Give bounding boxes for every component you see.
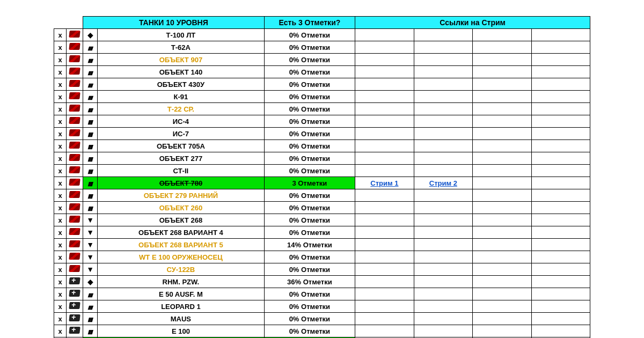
flag-ussr-icon — [67, 140, 83, 152]
flag-ussr-icon — [67, 152, 83, 165]
table-row: x▼ОБЪЕКТ 2680% Отметки — [54, 214, 590, 226]
flag-ussr-icon — [67, 239, 83, 251]
tank-name: WT E 100 ОРУЖЕНОСЕЦ — [98, 251, 264, 263]
stream-link-cell — [531, 325, 590, 337]
row-x: x — [54, 91, 67, 103]
marks-status: 0% Отметки — [264, 263, 355, 276]
stream-link-cell — [414, 152, 472, 165]
stream-link-cell — [531, 152, 590, 165]
tank-name: ОБЪЕКТ 705А — [98, 140, 264, 152]
tank-name: ОБЪЕКТ 277 — [98, 152, 264, 165]
stream-link-cell — [531, 288, 590, 300]
flag-germany-icon — [67, 325, 83, 337]
flag-ussr-icon — [67, 66, 83, 78]
stream-link[interactable]: Стрим 2 — [429, 179, 457, 187]
flag-ussr-icon — [67, 54, 83, 66]
class-mt-icon: ▮▮ — [83, 41, 98, 54]
stream-link-cell — [355, 300, 414, 313]
stream-link-cell — [473, 276, 531, 288]
marks-status: 0% Отметки — [264, 41, 355, 54]
stream-link-cell — [531, 54, 590, 66]
stream-link-cell — [414, 300, 472, 313]
tank-name: ОБЪЕКТ 260 — [98, 202, 264, 214]
stream-link-cell — [414, 115, 472, 128]
stream-link-cell — [414, 263, 472, 276]
stream-link-cell — [355, 226, 414, 239]
stream-link-cell — [355, 202, 414, 214]
row-x: x — [54, 66, 67, 78]
stream-link-cell — [414, 325, 472, 337]
stream-link-cell — [531, 165, 590, 177]
flag-ussr-icon — [67, 251, 83, 263]
stream-link-cell — [355, 91, 414, 103]
flag-germany-icon — [67, 313, 83, 325]
row-x: x — [54, 263, 67, 276]
stream-link-cell — [531, 78, 590, 91]
header-marks: Есть 3 Отметки? — [264, 17, 355, 29]
row-x: x — [54, 165, 67, 177]
stream-link-cell — [473, 140, 531, 152]
table-row: x▮▮ОБЪЕКТ 2770% Отметки — [54, 152, 590, 165]
stream-link-cell — [473, 91, 531, 103]
stream-link-cell — [414, 29, 472, 41]
marks-status: 0% Отметки — [264, 165, 355, 177]
tank-name: ИС-7 — [98, 128, 264, 140]
table-row: x◆RHM. PZW.36% Отметки — [54, 276, 590, 288]
stream-link-cell — [414, 54, 472, 66]
flag-germany-icon — [67, 276, 83, 288]
flag-germany-icon — [67, 288, 83, 300]
marks-status: 0% Отметки — [264, 66, 355, 78]
row-x: x — [54, 29, 67, 41]
stream-link-cell — [473, 202, 531, 214]
stream-link-cell — [414, 202, 472, 214]
stream-link-cell — [414, 276, 472, 288]
row-x: x — [54, 140, 67, 152]
stream-link-cell — [531, 115, 590, 128]
marks-status: 0% Отметки — [264, 226, 355, 239]
stream-link-cell — [355, 263, 414, 276]
class-mt-icon: ▮▮ — [83, 300, 98, 313]
tank-name: Т-62А — [98, 41, 264, 54]
stream-link-cell — [355, 41, 414, 54]
stream-link-cell — [414, 251, 472, 263]
header-tanks: ТАНКИ 10 УРОВНЯ — [83, 17, 264, 29]
row-x: x — [54, 300, 67, 313]
table-row: x▮▮К-910% Отметки — [54, 91, 590, 103]
class-ht-icon: ▮▮ — [83, 325, 98, 337]
row-x: x — [54, 128, 67, 140]
stream-link-cell — [473, 189, 531, 202]
class-ht-icon: ▮▮ — [83, 128, 98, 140]
stream-link-cell — [414, 140, 472, 152]
class-mt-icon: ▮▮ — [83, 91, 98, 103]
header-links: Ссылки на Стрим — [355, 17, 590, 29]
flag-ussr-icon — [67, 165, 83, 177]
flag-ussr-icon — [67, 115, 83, 128]
stream-link-cell — [531, 239, 590, 251]
marks-status: 0% Отметки — [264, 103, 355, 115]
flag-ussr-icon — [67, 91, 83, 103]
class-td-icon: ▼ — [83, 263, 98, 276]
row-x: x — [54, 103, 67, 115]
marks-status: 14% Отметки — [264, 239, 355, 251]
stream-link-cell — [473, 152, 531, 165]
row-x: x — [54, 115, 67, 128]
table-row: x▮▮E 1000% Отметки — [54, 325, 590, 337]
marks-status: 0% Отметки — [264, 202, 355, 214]
stream-link[interactable]: Стрим 1 — [370, 179, 398, 187]
class-ht-icon: ▮▮ — [83, 189, 98, 202]
stream-link-cell — [414, 91, 472, 103]
table-row: x▮▮ОБЪЕКТ 9070% Отметки — [54, 54, 590, 66]
stream-link-cell — [531, 226, 590, 239]
marks-status: 0% Отметки — [264, 128, 355, 140]
row-x: x — [54, 54, 67, 66]
stream-link-cell — [414, 165, 472, 177]
stream-link-cell — [355, 66, 414, 78]
row-x: x — [54, 226, 67, 239]
tank-name: E 100 — [98, 325, 264, 337]
tank-name: ОБЪЕКТ 430У — [98, 78, 264, 91]
tank-name: Т-22 СР. — [98, 103, 264, 115]
header-row: ТАНКИ 10 УРОВНЯ Есть 3 Отметки? Ссылки н… — [54, 17, 590, 29]
flag-ussr-icon — [67, 177, 83, 189]
class-td-icon: ▼ — [83, 251, 98, 263]
tank-name: ОБЪЕКТ 907 — [98, 54, 264, 66]
